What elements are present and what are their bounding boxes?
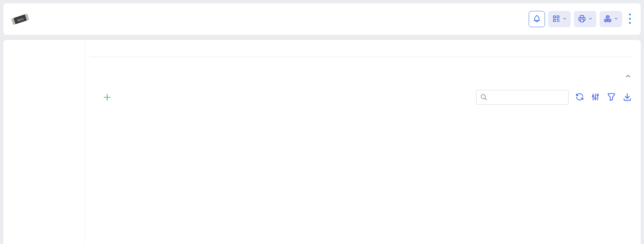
barcode-actions-button[interactable] bbox=[548, 11, 571, 27]
print-actions-button[interactable] bbox=[574, 11, 596, 27]
part-header: 0603 bbox=[3, 3, 641, 35]
add-supplier-part-button[interactable] bbox=[103, 93, 112, 102]
section-divider bbox=[90, 57, 632, 57]
part-thumbnail: 0603 bbox=[10, 10, 30, 28]
qrcode-icon bbox=[552, 14, 560, 24]
filter-button[interactable] bbox=[606, 92, 617, 103]
more-actions-button[interactable] bbox=[625, 11, 634, 27]
bell-icon bbox=[533, 14, 541, 24]
filter-icon bbox=[607, 92, 616, 103]
chevron-down-icon bbox=[588, 16, 593, 22]
main-panel bbox=[85, 40, 641, 244]
chevron-down-icon bbox=[562, 16, 567, 22]
table-columns-button[interactable] bbox=[590, 92, 601, 103]
part-detail-body bbox=[3, 39, 641, 244]
search-input[interactable] bbox=[476, 90, 569, 105]
header-actions bbox=[529, 11, 634, 27]
table-toolbar bbox=[96, 90, 632, 105]
notifications-button[interactable] bbox=[529, 11, 545, 27]
menu-dots-icon bbox=[628, 13, 631, 26]
adjustments-icon bbox=[591, 92, 600, 103]
stock-actions-icon bbox=[603, 14, 612, 24]
download-button[interactable] bbox=[622, 92, 632, 103]
part-sidebar bbox=[3, 40, 85, 244]
refresh-icon bbox=[575, 92, 584, 103]
chevron-down-icon bbox=[614, 16, 619, 22]
printer-icon bbox=[578, 14, 586, 24]
suppliers-panel bbox=[90, 72, 632, 110]
search-icon bbox=[480, 93, 488, 103]
chevron-up-icon bbox=[625, 75, 632, 81]
stock-actions-button[interactable] bbox=[600, 11, 622, 27]
refresh-button[interactable] bbox=[574, 92, 585, 103]
collapse-panel-button[interactable] bbox=[624, 72, 632, 81]
plus-icon bbox=[103, 98, 112, 103]
download-icon bbox=[622, 92, 632, 103]
